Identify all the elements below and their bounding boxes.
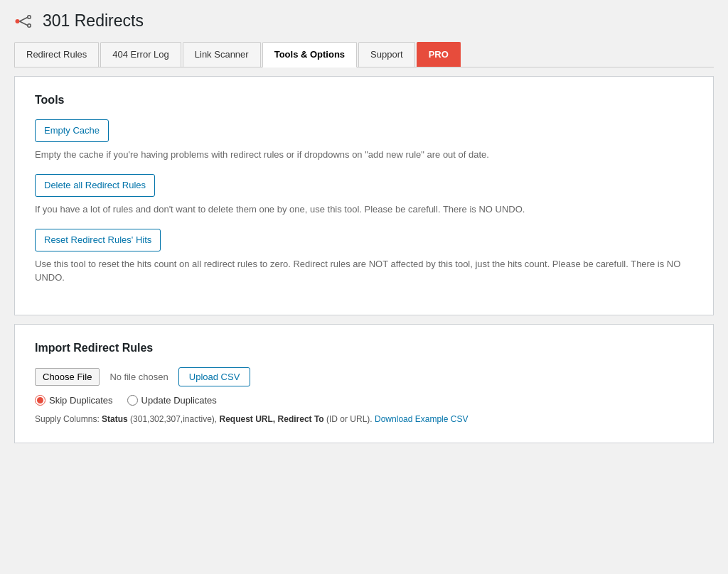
supply-status-label: Status	[102, 414, 128, 424]
tab-link-scanner[interactable]: Link Scanner	[183, 42, 261, 67]
choose-file-button[interactable]: Choose File	[35, 368, 100, 386]
supply-status-values: (301,302,307,inactive),	[130, 414, 217, 424]
upload-csv-button[interactable]: Upload CSV	[178, 367, 251, 386]
duplicate-options-row: Skip Duplicates Update Duplicates	[35, 395, 693, 406]
supply-prefix: Supply Columns:	[35, 414, 102, 424]
tab-support[interactable]: Support	[358, 42, 415, 67]
svg-point-3	[28, 15, 31, 18]
reset-hits-section: Reset Redirect Rules' Hits Use this tool…	[35, 229, 693, 285]
page-title: 301 Redirects	[43, 11, 144, 31]
empty-cache-section: Empty Cache Empty the cache if you're ha…	[35, 119, 693, 161]
tools-panel: Tools Empty Cache Empty the cache if you…	[14, 76, 714, 315]
svg-line-2	[20, 21, 28, 26]
page-title-row: 301 Redirects	[14, 11, 714, 31]
tab-404-error-log[interactable]: 404 Error Log	[100, 42, 181, 67]
tabs-bar: Redirect Rules 404 Error Log Link Scanne…	[14, 42, 714, 67]
import-panel: Import Redirect Rules Choose File No fil…	[14, 324, 714, 443]
supply-redirect-detail: (ID or URL).	[326, 414, 373, 424]
redirect-logo-icon	[14, 13, 36, 30]
empty-cache-button[interactable]: Empty Cache	[35, 119, 109, 142]
delete-rules-section: Delete all Redirect Rules If you have a …	[35, 174, 693, 216]
delete-rules-button[interactable]: Delete all Redirect Rules	[35, 174, 155, 197]
tools-panel-title: Tools	[35, 94, 693, 107]
skip-duplicates-radio[interactable]	[35, 395, 46, 406]
svg-point-0	[16, 19, 20, 23]
svg-point-4	[28, 23, 31, 27]
skip-duplicates-label: Skip Duplicates	[49, 395, 113, 406]
svg-line-1	[20, 17, 28, 21]
tab-tools-options[interactable]: Tools & Options	[262, 42, 357, 67]
skip-duplicates-option[interactable]: Skip Duplicates	[35, 395, 113, 406]
supply-request-label: Request URL,	[220, 414, 276, 424]
file-input-row: Choose File No file chosen Upload CSV	[35, 367, 693, 386]
update-duplicates-radio[interactable]	[127, 395, 138, 406]
import-panel-title: Import Redirect Rules	[35, 342, 693, 354]
supply-redirect-label: Redirect To	[278, 414, 324, 424]
content-area: Tools Empty Cache Empty the cache if you…	[14, 67, 714, 443]
no-file-label: No file chosen	[109, 372, 168, 382]
reset-hits-description: Use this tool to reset the hits count on…	[35, 257, 693, 285]
supply-info: Supply Columns: Status (301,302,307,inac…	[35, 413, 693, 426]
tab-pro[interactable]: PRO	[417, 42, 461, 67]
download-example-csv-link[interactable]: Download Example CSV	[375, 414, 468, 424]
empty-cache-description: Empty the cache if you're having problem…	[35, 148, 693, 162]
delete-rules-description: If you have a lot of rules and don't wan…	[35, 202, 693, 217]
update-duplicates-label: Update Duplicates	[141, 395, 217, 406]
reset-hits-button[interactable]: Reset Redirect Rules' Hits	[35, 229, 161, 251]
tab-redirect-rules[interactable]: Redirect Rules	[14, 42, 99, 67]
update-duplicates-option[interactable]: Update Duplicates	[127, 395, 217, 406]
